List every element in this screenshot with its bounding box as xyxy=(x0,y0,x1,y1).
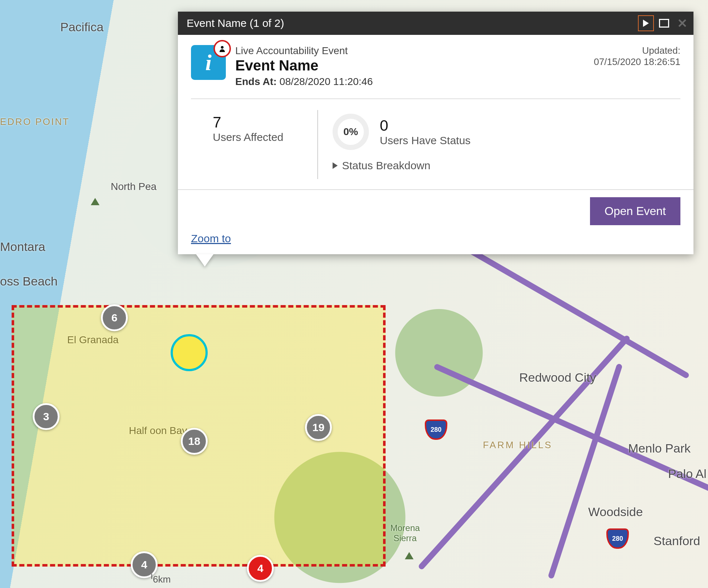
status-percent-donut: 0% xyxy=(333,114,369,150)
scale-bar-label: 6km xyxy=(153,574,171,585)
ends-at-label: Ends At: xyxy=(235,76,277,87)
popup-pointer-icon xyxy=(196,254,213,267)
updated-label: Updated: xyxy=(594,45,680,56)
users-affected-label: Users Affected xyxy=(213,131,303,143)
open-event-button[interactable]: Open Event xyxy=(590,197,680,225)
next-event-button[interactable] xyxy=(638,16,654,31)
ends-at: Ends At: 08/28/2020 11:20:46 xyxy=(235,76,584,88)
cluster-marker[interactable]: 6 xyxy=(101,304,128,331)
tree-icon xyxy=(91,198,101,205)
place-label-pacifica: Pacifica xyxy=(60,20,103,34)
close-button[interactable]: ✕ xyxy=(675,16,690,31)
event-kicker: Live Accountability Event xyxy=(235,45,584,57)
maximize-button[interactable] xyxy=(656,16,672,31)
cluster-marker[interactable]: 3 xyxy=(33,403,60,430)
place-label-stanford: Stanford xyxy=(654,534,700,548)
place-label-menlo-park: Menlo Park xyxy=(628,441,691,455)
play-icon xyxy=(643,20,649,27)
cluster-marker-alert[interactable]: 4 xyxy=(247,555,274,582)
event-title: Event Name xyxy=(235,57,584,74)
status-breakdown-label: Status Breakdown xyxy=(342,159,430,172)
zoom-to-link[interactable]: Zoom to xyxy=(191,232,231,244)
event-type-icon: i xyxy=(191,45,226,80)
popup-title: Event Name (1 of 2) xyxy=(187,17,635,29)
svg-point-0 xyxy=(221,46,223,49)
close-icon: ✕ xyxy=(677,17,687,29)
place-label-redwood-city: Redwood City xyxy=(519,370,596,385)
event-popup: Event Name (1 of 2) ✕ i Live Acc xyxy=(178,12,693,254)
scale-bar: 6km xyxy=(151,574,171,585)
users-status-count: 0 xyxy=(380,117,471,134)
place-label-farm-hills: FARM HILLS xyxy=(483,439,553,451)
person-badge-icon xyxy=(213,40,231,57)
place-label-north-pea: North Pea xyxy=(111,181,156,192)
cluster-marker[interactable]: 18 xyxy=(181,428,208,455)
updated-block: Updated: 07/15/2020 18:26:51 xyxy=(594,45,680,68)
interstate-shield: 280 xyxy=(425,419,447,440)
map-canvas[interactable]: Pacifica EDRO POINT North Pea Montara os… xyxy=(0,0,708,588)
status-breakdown-toggle[interactable]: Status Breakdown xyxy=(333,159,471,172)
interstate-shield: 280 xyxy=(606,528,629,549)
place-label-pedro-point: EDRO POINT xyxy=(0,116,70,127)
divider xyxy=(191,98,680,99)
place-label-woodside: Woodside xyxy=(588,505,643,519)
tree-icon xyxy=(405,552,415,559)
place-label-montara: Montara xyxy=(0,240,45,254)
caret-right-icon xyxy=(333,162,338,169)
place-label-morena-sierra: Morena Sierra xyxy=(390,523,420,543)
users-status-label: Users Have Status xyxy=(380,134,471,147)
place-label-palo-alto: Palo Al xyxy=(668,467,707,481)
maximize-icon xyxy=(659,19,669,28)
stats-row: 7 Users Affected 0% 0 Users Have Status … xyxy=(191,110,680,179)
updated-value: 07/15/2020 18:26:51 xyxy=(594,56,680,68)
popup-footer: Open Event xyxy=(178,189,693,236)
cluster-marker[interactable]: 19 xyxy=(305,414,332,441)
place-label-oss-beach: oss Beach xyxy=(0,274,58,288)
users-affected-count: 7 xyxy=(213,114,303,131)
ends-at-value: 08/28/2020 11:20:46 xyxy=(280,76,373,87)
popup-titlebar[interactable]: Event Name (1 of 2) ✕ xyxy=(178,12,693,35)
event-location-pin[interactable] xyxy=(171,334,208,371)
